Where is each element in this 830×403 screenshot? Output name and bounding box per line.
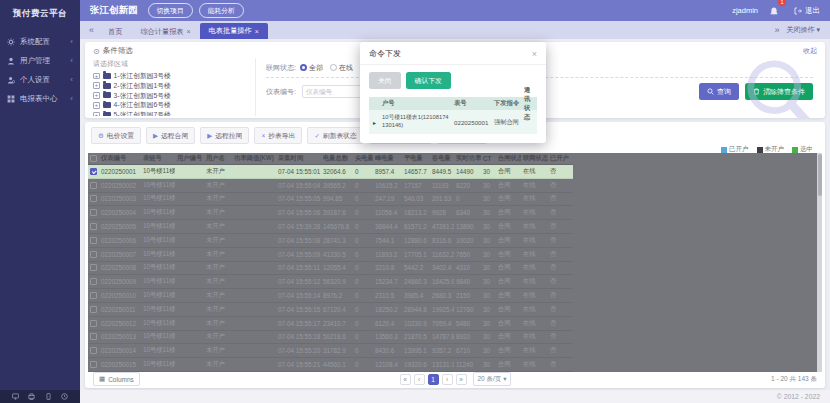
next-page-button[interactable]: › [442, 374, 453, 385]
command-row[interactable]: ▸ 10号楼11楼表1(12108174130146) 0220250001 强… [369, 110, 537, 134]
sidebar-item-personal-settings[interactable]: 个人设置‹ [0, 70, 80, 89]
table-cell: 07-04 15:55:20 [276, 347, 321, 354]
table-row[interactable]: 022025000910号楼11楼表9(未开户07-04 15:55:12563… [88, 275, 573, 289]
cross-icon: × [261, 132, 265, 139]
table-row[interactable]: 022025000410号楼11楼表4(未开户07-04 15:55:06391… [88, 206, 573, 220]
page-size-select[interactable]: 20 条/页 ▾ [473, 372, 512, 386]
row-checkbox[interactable] [90, 333, 97, 340]
remote-close-button[interactable]: ▶远程合闸 [146, 127, 195, 144]
collapse-link[interactable]: 收起 [803, 46, 817, 56]
energy-analysis-button[interactable]: 能耗分析 [199, 3, 244, 18]
row-checkbox[interactable] [90, 182, 97, 189]
tab-home[interactable]: 首页 [99, 24, 131, 39]
account-number: 10号楼11楼表1(12108174130146) [380, 114, 452, 129]
sidebar-item-report-center[interactable]: 电报表中心‹ [0, 89, 80, 108]
table-row[interactable]: 022025000510号楼11楼表5(未开户07-04 15:39:28145… [88, 220, 573, 234]
radio-全部[interactable] [300, 64, 307, 71]
expand-icon[interactable]: + [93, 92, 100, 99]
table-row[interactable]: 022025001210号楼11楼表12未开户07-04 15:55:17234… [88, 317, 573, 331]
column-header: 采集时间 [276, 154, 321, 163]
table-row[interactable]: 022025001310号楼11楼表13未开户07-04 15:55:18502… [88, 331, 573, 345]
meter-no-input[interactable] [302, 85, 368, 98]
first-page-button[interactable]: « [400, 374, 411, 385]
table-cell: 8430.6 [373, 347, 402, 354]
expand-icon[interactable]: + [93, 82, 100, 89]
notifications-button[interactable]: 1 [770, 2, 778, 20]
close-operations-dropdown[interactable]: 关闭操作 ▾ [785, 25, 822, 35]
table-row[interactable]: 022025000310号楼11楼表3(未开户07-04 15:55:05994… [88, 193, 573, 207]
tab-meter-batch-ops[interactable]: 电表批量操作× [200, 23, 268, 39]
row-checkbox[interactable] [90, 306, 97, 313]
row-checkbox[interactable] [90, 361, 97, 368]
row-checkbox[interactable] [90, 320, 97, 327]
row-checkbox[interactable] [90, 292, 97, 299]
expand-icon[interactable]: + [93, 73, 100, 80]
tab-metering-report[interactable]: 综合计量报表× [131, 24, 199, 39]
tree-node[interactable]: +1-张江创新园3号楼 [93, 71, 251, 81]
tree-node[interactable]: +2-张江创新园1号楼 [93, 81, 251, 91]
price-config-button[interactable]: ⚙电价设置 [91, 127, 141, 144]
row-checkbox[interactable] [90, 209, 97, 216]
remote-open-button[interactable]: ▶远程拉闸 [200, 127, 249, 144]
select-all-checkbox[interactable] [90, 155, 97, 162]
modal-close-icon[interactable]: × [532, 49, 537, 59]
modal-close-button[interactable]: 关闭 [369, 72, 401, 89]
table-row[interactable]: 022025001010号楼11楼表10未开户07-04 15:55:14897… [88, 289, 573, 303]
row-checkbox[interactable] [90, 251, 97, 258]
table-scrollbar[interactable] [817, 153, 822, 372]
last-page-button[interactable]: » [456, 374, 467, 385]
tree-node[interactable]: +5-张江创新园7号楼 [93, 110, 251, 116]
toolbar-button-label: 远程合闸 [161, 131, 188, 141]
tree-node[interactable]: +3-张江创新园5号楼 [93, 91, 251, 101]
refresh-meter-status-button[interactable]: ✓刷新表状态 [307, 127, 363, 144]
table-row[interactable]: 022025000210号楼11楼表2(未开户07-04 15:55:04395… [88, 179, 573, 193]
clear-filter-button[interactable]: 清除筛查条件 [745, 83, 813, 100]
table-row[interactable]: 022025000610号楼11楼表6(未开户07-04 15:55:08287… [88, 234, 573, 248]
column-header: 用户编号 [175, 154, 204, 163]
row-checkbox[interactable] [90, 168, 97, 175]
tab-close-icon[interactable]: × [255, 28, 259, 35]
table-row[interactable]: 022025000710号楼11楼表7(未开户07-04 15:55:09412… [88, 248, 573, 262]
row-expander-icon[interactable]: ▸ [369, 119, 380, 126]
switch-project-button[interactable]: 切换项目 [148, 3, 193, 18]
prev-page-button[interactable]: ‹ [414, 374, 425, 385]
tab-close-icon[interactable]: × [187, 28, 191, 35]
table-cell: 10号楼11楼表3( [141, 194, 175, 203]
sidebar-item-system-config[interactable]: 系统配置‹ [0, 32, 80, 51]
table-cell: 994.85 [321, 195, 353, 202]
table-cell: 0220250014 [99, 347, 141, 354]
table-cell: 合闸 [496, 291, 521, 300]
columns-button[interactable]: ▦ Columns [93, 372, 140, 386]
table-cell: 合闸 [496, 346, 521, 355]
tabs-scroll-left-icon[interactable]: « [84, 25, 99, 35]
row-checkbox[interactable] [90, 223, 97, 230]
table-cell: 0220250004 [99, 209, 141, 216]
tabs-scroll-right-icon[interactable]: » [770, 25, 785, 35]
logout-button[interactable]: 退出 [794, 6, 820, 16]
table-row[interactable]: 022025001110号楼11楼表11未开户07-04 15:55:15671… [88, 303, 573, 317]
row-checkbox[interactable] [90, 264, 97, 271]
current-page[interactable]: 1 [428, 374, 439, 385]
modal-confirm-button[interactable]: 确认下发 [406, 72, 451, 89]
table-cell: 07-04 15:55:21 [276, 361, 321, 368]
table-row[interactable]: 022025001410号楼11楼表14未开户07-04 15:55:20317… [88, 344, 573, 358]
table-cell: 否 [548, 194, 573, 203]
expand-icon[interactable]: + [93, 102, 100, 109]
row-checkbox[interactable] [90, 195, 97, 202]
table-row[interactable]: 022025000110号楼11楼表1(未开户07-04 15:55:01320… [88, 165, 573, 179]
row-checkbox[interactable] [90, 278, 97, 285]
table-cell: 0 [353, 347, 373, 354]
row-checkbox[interactable] [90, 347, 97, 354]
sidebar-item-user-management[interactable]: 用户管理‹ [0, 51, 80, 70]
meter-read-export-button[interactable]: ×抄表导出 [254, 127, 302, 144]
table-cell: 3402.4 [430, 264, 454, 271]
row-checkbox[interactable] [90, 237, 97, 244]
table-cell: 在线 [521, 250, 548, 259]
search-button[interactable]: 查询 [699, 83, 739, 100]
tree-node[interactable]: +4-张江创新园6号楼 [93, 100, 251, 110]
table-row[interactable]: 022025001510号楼11楼表15未开户07-04 15:55:21445… [88, 358, 573, 372]
table-row[interactable]: 022025000810号楼11楼表8(未开户07-04 15:55:11120… [88, 262, 573, 276]
expand-icon[interactable]: + [93, 112, 100, 116]
table-cell: 0220250012 [99, 320, 141, 327]
radio-在线[interactable] [330, 64, 337, 71]
